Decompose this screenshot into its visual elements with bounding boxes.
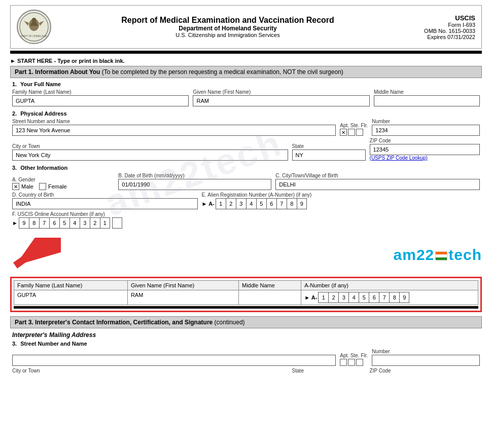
interpreter-mailing-title: Interpreter's Mailing Address (12, 331, 480, 339)
part3-number-input[interactable] (372, 355, 480, 366)
male-label: Male (21, 183, 33, 190)
zip-group: ZIP Code (USPS ZIP Code Lookup) (370, 138, 480, 161)
apt-checkboxes: ✕ (340, 129, 368, 136)
apt-number-group: Number (372, 119, 480, 136)
uscis-digit-7[interactable]: 3 (80, 217, 90, 229)
ste-checkbox[interactable] (348, 129, 355, 136)
t-a-digit-9[interactable]: 9 (399, 292, 409, 303)
part3-ste-checkbox[interactable] (348, 359, 355, 366)
col-anumber-header: A-Number (if any) (301, 281, 478, 290)
state-input[interactable] (292, 150, 366, 161)
a-digit-2[interactable]: 2 (226, 198, 236, 209)
number-label: Number (372, 119, 480, 124)
table-middle-cell (238, 290, 301, 305)
t-a-digit-4[interactable]: 4 (348, 292, 359, 303)
middle-name-label: Middle Name (374, 89, 480, 95)
table-family-cell: GUPTA (14, 290, 128, 305)
t-a-digit-3[interactable]: 3 (338, 292, 348, 303)
part3-header: Part 3. Interpreter's Contact Informatio… (10, 316, 482, 328)
part3-street-input[interactable] (12, 355, 336, 366)
dob-group: B. Date of Birth (mm/dd/yyyy) (118, 173, 271, 190)
city-birth-input[interactable] (275, 179, 480, 190)
t-a-digit-5[interactable]: 5 (359, 292, 369, 303)
a-digit-1[interactable]: 1 (216, 198, 226, 209)
male-checkbox[interactable]: ✕ (12, 183, 19, 190)
zip-label: ZIP Code (370, 138, 480, 143)
uscis-digit-8[interactable]: 2 (90, 217, 100, 229)
part3-flr-checkbox[interactable] (356, 359, 363, 366)
female-label: Female (48, 183, 67, 190)
country-input[interactable] (12, 198, 198, 209)
section-other-info: 3. Other Information A. Gender ✕ Male Fe… (10, 165, 482, 229)
city-state-row: City or Town State ZIP Code (USPS ZIP Co… (12, 138, 480, 161)
uscis-digit-3[interactable]: 7 (39, 217, 49, 229)
uscis-digit-extra[interactable] (112, 217, 122, 229)
a-digit-6[interactable]: 6 (266, 198, 276, 209)
table-a-number-row: ► A- 1 2 3 4 5 6 7 8 9 (304, 292, 475, 303)
street-input[interactable] (12, 125, 336, 136)
part1-header: Part 1. Information About You (To be com… (10, 66, 482, 78)
col-given-header: Given Name (First Name) (127, 281, 238, 290)
uscis-digit-2[interactable]: 8 (29, 217, 39, 229)
section1-title: 1. Your Full Name (12, 81, 480, 87)
uscis-digit-4[interactable]: 6 (49, 217, 59, 229)
a-digit-3[interactable]: 3 (236, 198, 246, 209)
table-data-row: GUPTA RAM ► A- 1 2 3 4 5 6 7 (14, 290, 478, 305)
t-a-digit-1[interactable]: 1 (318, 292, 328, 303)
form-header: DEPT OF HOMELAND Report of Medical Exami… (10, 5, 482, 49)
uscis-digit-9[interactable]: 1 (100, 217, 110, 229)
svg-point-3 (32, 18, 36, 22)
middle-name-input[interactable] (374, 95, 480, 106)
a-digit-4[interactable]: 4 (246, 198, 256, 209)
part3-number-group: Number (372, 349, 480, 366)
female-checkbox[interactable] (39, 183, 46, 190)
a-digit-8[interactable]: 8 (287, 198, 297, 209)
middle-name-group: Middle Name (374, 89, 480, 106)
part3-apt-checkbox[interactable] (340, 359, 347, 366)
a-digit-5[interactable]: 5 (256, 198, 266, 209)
apt-checkbox[interactable]: ✕ (340, 129, 347, 136)
section-address: 2. Physical Address Street Number and Na… (10, 110, 482, 161)
part3-city-label: City or Town (12, 368, 288, 374)
am22-text: am22 (394, 246, 435, 263)
table-given-cell: RAM (127, 290, 238, 305)
uscis-digit-5[interactable]: 5 (59, 217, 69, 229)
table-header-row: Family Name (Last Name) Given Name (Firs… (14, 281, 478, 290)
family-name-input[interactable] (12, 95, 189, 106)
omb-number: OMB No. 1615-0033 (404, 28, 475, 34)
dhs-seal: DEPT OF HOMELAND (17, 10, 51, 44)
part3-number-label: Number (372, 349, 480, 354)
t-a-digit-8[interactable]: 8 (389, 292, 399, 303)
a-digit-9[interactable]: 9 (297, 198, 307, 209)
uscis-account-group: F. USCIS Online Account Number (if any) … (12, 211, 122, 229)
city-input[interactable] (12, 150, 288, 161)
part3-apt-label: Apt. Ste. Flr. (340, 353, 368, 358)
part3-apt-checkboxes (340, 359, 368, 366)
table-black-bar (14, 306, 478, 309)
uscis-account-row: F. USCIS Online Account Number (if any) … (12, 211, 480, 229)
given-name-input[interactable] (193, 95, 369, 106)
city-birth-group: C. City/Town/Village of Birth (275, 173, 480, 190)
apt-group: Apt. Ste. Flr. ✕ (340, 123, 368, 136)
part3-city-row: City or Town State ZIP Code (12, 368, 480, 374)
t-a-digit-7[interactable]: 7 (379, 292, 389, 303)
table-a-prefix: ► A- (304, 294, 317, 301)
name-anumber-table: Family Name (Last Name) Given Name (Firs… (14, 280, 478, 305)
street-group: Street Number and Name (12, 119, 336, 136)
apt-number-input[interactable] (372, 125, 480, 136)
a-digit-7[interactable]: 7 (276, 198, 287, 209)
t-a-digit-2[interactable]: 2 (328, 292, 338, 303)
t-a-digit-6[interactable]: 6 (369, 292, 379, 303)
dob-input[interactable] (118, 179, 271, 190)
gender-checkboxes: ✕ Male Female (12, 183, 114, 190)
uscis-digit-6[interactable]: 4 (69, 217, 80, 229)
flr-checkbox[interactable] (356, 129, 363, 136)
uscis-digit-1[interactable]: 9 (19, 217, 29, 229)
zip-input[interactable] (370, 144, 480, 155)
state-group: State (292, 143, 366, 161)
given-name-label: Given Name (First Name) (193, 89, 369, 95)
city-group: City or Town (12, 143, 288, 161)
usps-link[interactable]: (USPS ZIP Code Lookup) (370, 155, 480, 161)
name-fields-row: Family Name (Last Name) Given Name (Firs… (12, 89, 480, 106)
table-anumber-cell: ► A- 1 2 3 4 5 6 7 8 9 (301, 290, 478, 305)
